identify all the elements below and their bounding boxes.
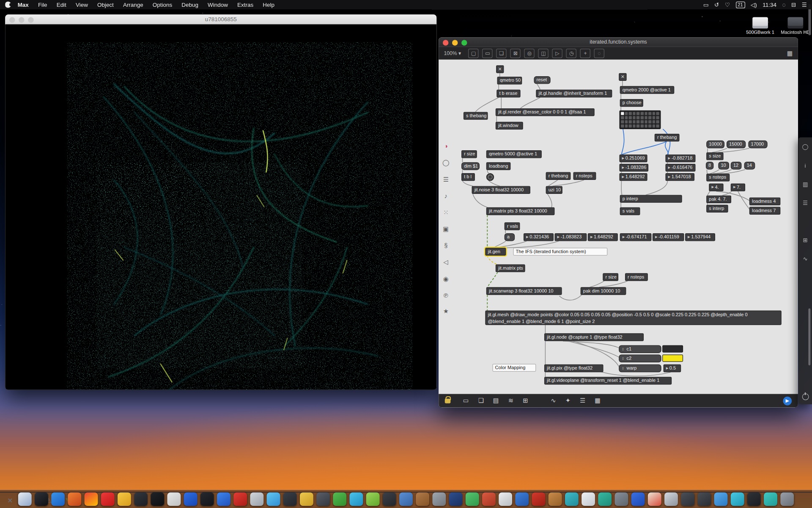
spotlight-icon[interactable]: ◌ xyxy=(782,0,785,9)
object-box[interactable]: r thebang xyxy=(546,172,571,180)
menu-window[interactable]: Window xyxy=(203,0,233,9)
grid-icon[interactable]: ⊞ xyxy=(523,397,528,404)
patcher-icon[interactable]: ⊞ xyxy=(801,237,809,244)
matrix-cell[interactable] xyxy=(633,124,636,127)
menu-arrange[interactable]: Arrange xyxy=(118,0,148,9)
object-box[interactable]: loadbang xyxy=(486,162,511,170)
object-box[interactable]: jit.gl.node @capture 1 @type float32 xyxy=(544,333,644,341)
object-box[interactable]: loadmess 7 xyxy=(749,207,780,215)
matrix-cell[interactable] xyxy=(621,120,624,123)
object-box[interactable]: jit.gl.pix @type float32 xyxy=(544,364,604,372)
circle-tool-icon[interactable]: ◯ xyxy=(442,159,450,166)
matrix-cell[interactable] xyxy=(636,116,639,119)
dock-icon-maps[interactable] xyxy=(648,492,661,506)
number-box[interactable]: ▶-1.083286 xyxy=(619,164,648,171)
dock-icon-blue-doc[interactable] xyxy=(217,492,230,506)
dock-icon-red-eye[interactable] xyxy=(233,492,247,506)
object-box[interactable]: p choose xyxy=(620,99,643,107)
matrix-cell[interactable] xyxy=(625,124,628,127)
matrix-cell[interactable] xyxy=(648,124,651,127)
message-box[interactable]: 8 xyxy=(706,162,713,169)
object-box[interactable]: r nsteps xyxy=(573,172,596,180)
matrix-cell[interactable] xyxy=(636,120,639,123)
dock-icon-camera-app[interactable] xyxy=(383,492,396,506)
speaker-icon[interactable]: ◁ xyxy=(442,259,450,266)
button-icon[interactable]: ◎ xyxy=(524,48,535,58)
dock-icon-prefs[interactable] xyxy=(780,492,794,506)
dock-icon-chrome[interactable] xyxy=(85,492,98,506)
matrix-cell[interactable] xyxy=(656,120,659,123)
comment[interactable]: The IFS (iterated function system) xyxy=(513,248,607,255)
message-box[interactable]: 10000 xyxy=(706,141,724,148)
matrix-cell[interactable] xyxy=(641,112,644,115)
number-box[interactable]: ▶-0.401159 xyxy=(653,233,684,241)
number-box[interactable]: ▶7. xyxy=(731,183,745,191)
gain-icon[interactable]: ∿ xyxy=(551,397,556,404)
jit-window-canvas[interactable] xyxy=(5,25,436,390)
object-box[interactable]: jit.scanwrap 3 float32 10000 10 xyxy=(486,287,562,295)
matrix-cell[interactable] xyxy=(621,116,624,119)
matrix-cell[interactable] xyxy=(653,116,656,119)
airplay-icon[interactable]: ▭ xyxy=(703,0,709,9)
number-box[interactable]: ▶1.648292 xyxy=(588,233,618,241)
toggle[interactable]: ✕ xyxy=(619,73,626,81)
matrixctrl[interactable] xyxy=(619,110,661,129)
dots-icon[interactable]: ⁙ xyxy=(442,209,450,216)
dock-icon-diamond-app[interactable] xyxy=(598,492,612,506)
object-box[interactable]: s thebang xyxy=(464,112,488,119)
dock-icon-dark-cube[interactable] xyxy=(283,492,297,506)
console-icon[interactable]: ❏ xyxy=(478,397,484,404)
message-box[interactable]: a xyxy=(505,233,515,241)
attr-message-c1[interactable]: ⇕c1 xyxy=(619,345,661,353)
dock-icon-dark-p[interactable] xyxy=(200,492,214,506)
object-box[interactable]: qmetro 5000 @active 1 xyxy=(486,150,542,158)
matrix-cell[interactable] xyxy=(653,124,656,127)
matrix-cell[interactable] xyxy=(645,116,647,119)
color-swatch-c1[interactable] xyxy=(662,345,683,353)
stepper-icon[interactable]: ⇕ xyxy=(621,355,624,362)
stepper-icon[interactable]: ⇕ xyxy=(621,365,624,372)
object-box[interactable]: r thebang xyxy=(655,134,680,141)
message-box[interactable]: 10 xyxy=(718,162,729,169)
message-box[interactable]: 15000 xyxy=(727,141,746,148)
comment-icon[interactable]: ❏ xyxy=(497,48,507,58)
control-center-icon[interactable]: ⊟ xyxy=(791,0,796,9)
matrix-cell[interactable] xyxy=(645,120,647,123)
run-button[interactable]: ▶ xyxy=(783,396,792,405)
object-box[interactable]: jit.gl.render @erase_color 0 0 0 1 @fsaa… xyxy=(496,108,595,116)
object-box[interactable]: uzi 10 xyxy=(546,186,562,194)
power-icon[interactable] xyxy=(802,393,809,400)
object-box[interactable]: jit.gl.handle @inherit_transform 1 xyxy=(536,90,612,97)
dock-icon-blue-a-app[interactable] xyxy=(631,492,645,506)
list-icon[interactable]: ☰ xyxy=(801,199,809,206)
dock-icon-gray-app-2[interactable] xyxy=(614,492,628,506)
matrix-cell[interactable] xyxy=(656,116,659,119)
matrix-cell[interactable] xyxy=(621,124,624,127)
menu-object[interactable]: Object xyxy=(93,0,118,9)
grid-toggle-icon[interactable]: ▦ xyxy=(787,50,793,57)
zoom-dropdown[interactable]: 100% ▾ xyxy=(444,50,461,56)
matrix-cell[interactable] xyxy=(629,112,632,115)
matrix-cell[interactable] xyxy=(648,112,651,115)
matrix-cell[interactable] xyxy=(625,120,628,123)
object-box[interactable]: pak 4. 7. xyxy=(706,196,731,203)
jit-gen-box[interactable]: jit.gen xyxy=(485,248,506,255)
dock-icon-brown-app[interactable] xyxy=(416,492,429,506)
object-box[interactable]: r size xyxy=(603,273,618,281)
object-box[interactable]: s size xyxy=(706,152,723,160)
playbar-icon[interactable]: ▷ xyxy=(552,48,562,58)
info-icon[interactable]: i xyxy=(801,162,809,168)
dock-icon-browser-blue[interactable] xyxy=(51,492,65,506)
paint-icon[interactable]: ◌ xyxy=(594,48,604,58)
mixer-icon[interactable]: ☰ xyxy=(580,397,585,404)
comment[interactable]: Color Mapping xyxy=(492,364,536,372)
music-note-icon[interactable]: ♪ xyxy=(442,192,450,199)
object-box[interactable]: pak dim 10000 10 xyxy=(581,287,626,295)
dock-icon-eclipse[interactable] xyxy=(35,492,48,506)
record-icon[interactable]: ◉ xyxy=(442,275,450,282)
dock-icon-red-orange-app[interactable] xyxy=(482,492,496,506)
dock-icon-lime-app[interactable] xyxy=(366,492,380,506)
object-box[interactable]: s interp xyxy=(706,205,728,213)
desktop-icon-macintosh-hd[interactable]: Macintosh HD xyxy=(779,17,812,35)
object-box[interactable]: jit.matrix pts xyxy=(496,264,525,272)
